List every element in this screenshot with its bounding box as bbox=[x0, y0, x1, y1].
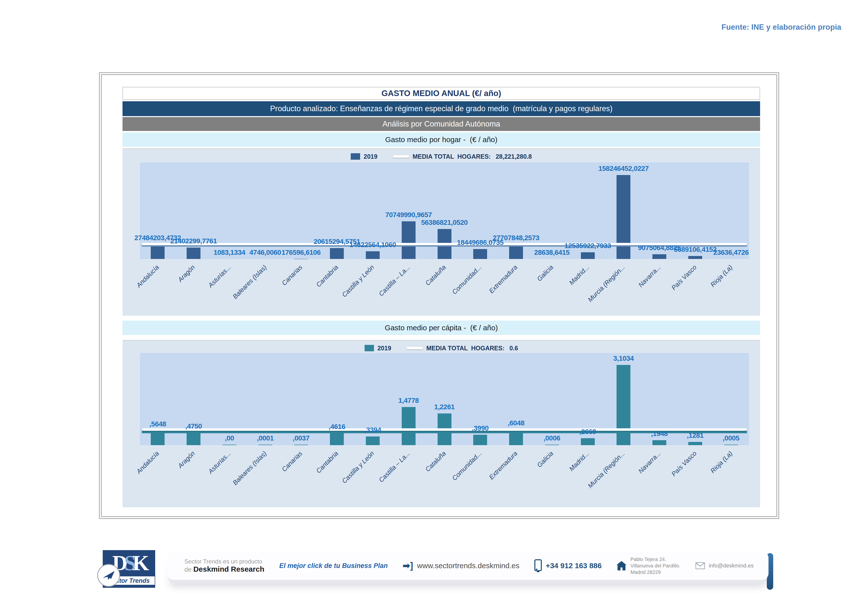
category-label: Extremadura bbox=[456, 450, 519, 513]
plot-area-hogar: 27484203,473221402299,77611083,13344746,… bbox=[140, 163, 749, 259]
bar-value-label: ,1281 bbox=[687, 431, 704, 439]
envelope-icon bbox=[696, 562, 705, 569]
brand-line1: Sector Trends es un producto bbox=[184, 558, 264, 565]
phone-icon bbox=[534, 559, 542, 572]
bar bbox=[402, 221, 415, 259]
bar bbox=[366, 251, 380, 259]
phone-number: +34 912 163 886 bbox=[546, 561, 602, 570]
category-label: Extremadura bbox=[456, 264, 519, 327]
category-label: Baleares (Islas) bbox=[205, 450, 268, 513]
bar bbox=[294, 445, 308, 445]
category-label: Rioja (La) bbox=[671, 450, 734, 513]
footer-brand: Sector Trends es un producto de Deskmind… bbox=[184, 558, 264, 574]
legend-series-label: 2019 bbox=[364, 153, 377, 160]
report-frame: GASTO MEDIO ANUAL (€/ año) Producto anal… bbox=[99, 72, 779, 519]
category-label: Galicia bbox=[491, 450, 555, 513]
paper-plane-icon bbox=[97, 564, 120, 587]
product-band: Producto analizado: Enseñanzas de régime… bbox=[122, 101, 760, 116]
category-label: Rioja (La) bbox=[671, 264, 734, 327]
bar-value-label: ,6048 bbox=[508, 419, 524, 427]
category-label: Andalucía bbox=[98, 264, 161, 327]
bar bbox=[330, 433, 344, 445]
source-note: Fuente: INE y elaboración propia bbox=[721, 23, 841, 32]
footer-bar: Sector Trends es un producto de Deskmind… bbox=[167, 552, 769, 580]
bar-value-label: 158246452,0227 bbox=[598, 164, 649, 172]
bar-value-label: ,0001 bbox=[257, 434, 274, 442]
address-line1: Pablo Tejera 24. bbox=[630, 556, 680, 563]
analysis-band: Análisis por Comunidad Autónoma bbox=[122, 117, 760, 131]
bar-value-label: 1,4778 bbox=[398, 397, 419, 405]
bar bbox=[688, 256, 702, 259]
bar bbox=[187, 433, 200, 445]
bar-value-label: 70749990,9657 bbox=[385, 211, 432, 219]
address-line3: Madrid 28229 bbox=[630, 569, 680, 575]
legend-media-line-swatch bbox=[393, 155, 409, 158]
bar bbox=[366, 436, 380, 445]
bar-value-label: 12535922,7933 bbox=[564, 242, 611, 250]
legend-media-value: 28,221,280.8 bbox=[496, 153, 532, 160]
bar bbox=[581, 252, 595, 259]
category-label: Aragón bbox=[133, 450, 197, 513]
brand-prefix: de bbox=[184, 566, 193, 573]
bar-value-label: 21402299,7761 bbox=[170, 237, 217, 245]
legend-media-label: MEDIA TOTAL HOGARES: bbox=[412, 153, 491, 160]
category-label: Castilla – La... bbox=[348, 450, 411, 513]
bar-value-label: 176596,6106 bbox=[281, 248, 321, 256]
category-label: Asturias... bbox=[169, 450, 232, 513]
address-line2: Villanueva del Pardillo. bbox=[630, 563, 680, 569]
bar-value-label: ,2669 bbox=[580, 428, 596, 436]
category-label: Madrid... bbox=[527, 450, 591, 513]
legend-series-swatch bbox=[351, 153, 360, 160]
bar-value-label: 1083,1334 bbox=[214, 248, 245, 256]
category-label: País Vasco bbox=[635, 264, 698, 327]
category-label: Comunidad... bbox=[420, 450, 483, 513]
bar bbox=[473, 249, 487, 259]
bar-value-label: 4746,0060 bbox=[250, 248, 281, 256]
category-axis-hogar: AndalucíaAragónAsturias...Baleares (Isla… bbox=[140, 259, 749, 316]
bar bbox=[581, 438, 595, 445]
email-address: info@deskmind.es bbox=[709, 563, 754, 569]
bar bbox=[402, 407, 415, 445]
category-label: Murcia (Región... bbox=[563, 264, 626, 327]
bar bbox=[653, 440, 666, 445]
phone-block: +34 912 163 886 bbox=[534, 559, 602, 572]
category-label: Cantabria bbox=[277, 450, 340, 513]
bar-value-label: 27707848,2573 bbox=[493, 234, 539, 242]
page-title: GASTO MEDIO ANUAL (€/ año) bbox=[122, 87, 760, 100]
category-label: Andalucía bbox=[98, 450, 161, 513]
legend-media-value: 0.6 bbox=[509, 345, 518, 352]
category-label: Castilla y León bbox=[313, 264, 376, 327]
category-label: Murcia (Región... bbox=[563, 450, 626, 513]
bar-value-label: 56386821,0520 bbox=[421, 219, 468, 226]
bar-value-label: ,1948 bbox=[651, 430, 668, 438]
bar-value-label: ,4616 bbox=[329, 423, 345, 431]
category-label: Castilla y León bbox=[313, 450, 376, 513]
section-title-capita: Gasto medio per cápita - (€ / año) bbox=[122, 321, 760, 335]
legend-series-swatch bbox=[364, 345, 374, 351]
category-label: Baleares (Islas) bbox=[205, 264, 268, 327]
bar-value-label: ,3394 bbox=[364, 426, 381, 434]
chart-legend: 2019 MEDIA TOTAL HOGARES: 28,221,280.8 bbox=[122, 152, 760, 161]
bar bbox=[688, 442, 702, 445]
category-label: Cataluña bbox=[384, 264, 447, 327]
category-label: Cantabria bbox=[277, 264, 340, 327]
bar bbox=[473, 435, 487, 445]
address-text: Pablo Tejera 24. Villanueva del Pardillo… bbox=[630, 556, 680, 575]
address-block: Pablo Tejera 24. Villanueva del Pardillo… bbox=[617, 556, 680, 575]
plot-area-capita: ,5648,4750,00,0001,0037,4616,33941,47781… bbox=[140, 353, 749, 445]
bar bbox=[187, 248, 200, 259]
arrow-bracket-icon: ➡] bbox=[403, 561, 413, 571]
bar-value-label: 14622564,1060 bbox=[349, 241, 396, 249]
category-label: Canarias bbox=[241, 450, 304, 513]
bar bbox=[724, 445, 738, 445]
bar-value-label: ,00 bbox=[225, 434, 234, 442]
legend-media-label: MEDIA TOTAL HOGARES: bbox=[426, 345, 505, 352]
chart-panel-hogar: 2019 MEDIA TOTAL HOGARES: 28,221,280.8 2… bbox=[122, 148, 760, 316]
brand-name: Deskmind Research bbox=[193, 565, 264, 573]
bar-value-label: ,0037 bbox=[293, 434, 310, 442]
category-label: Cataluña bbox=[384, 450, 447, 513]
legend-media-line-swatch bbox=[407, 347, 423, 349]
bar-value-label: 1,2261 bbox=[434, 403, 455, 411]
chart-legend: 2019 MEDIA TOTAL HOGARES: 0.6 bbox=[122, 344, 760, 352]
bar-value-label: ,5648 bbox=[149, 420, 166, 428]
